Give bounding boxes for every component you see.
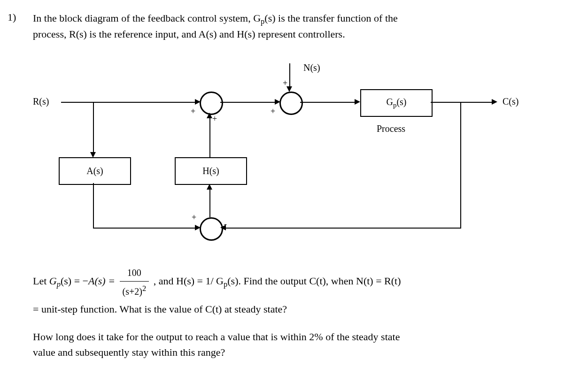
line: [220, 102, 275, 103]
eq-line2: = unit-step function. What is the value …: [33, 303, 287, 315]
summing-junction-3: [200, 217, 223, 241]
eq-s-eq: (s) = −: [61, 275, 88, 287]
block-H: H(s): [175, 157, 247, 185]
q2-line2: value and subsequently stay within this …: [33, 346, 225, 358]
line: [431, 102, 492, 103]
block-diagram: R(s) + + + + N(s) Gp(s) Process C(s): [33, 63, 526, 251]
eq-Gp: G: [49, 275, 57, 287]
block-Gp: Gp(s): [360, 89, 433, 117]
frac-num: 100: [120, 264, 149, 282]
A-text: A(s): [86, 166, 103, 176]
arrowhead-icon: [492, 99, 497, 105]
line: [93, 228, 195, 229]
summing-junction-2: [279, 92, 303, 115]
line: [209, 118, 210, 157]
plus-sign: +: [192, 213, 196, 222]
line: [93, 102, 94, 153]
Gp-text: G: [386, 97, 393, 107]
Gp-s: (s): [396, 97, 406, 107]
line: [289, 63, 290, 87]
frac-sq: 2: [142, 284, 146, 293]
equation-block: Let Gp(s) = −A(s) = 100 (s+2)2 , and H(s…: [33, 264, 549, 318]
label-C: C(s): [503, 96, 518, 107]
arrowhead-icon: [355, 99, 360, 105]
intro-2: process, R(s) is the reference input, an…: [33, 28, 345, 40]
line: [61, 102, 195, 103]
plus-sign: +: [271, 107, 275, 116]
summing-junction-1: [200, 92, 223, 115]
H-text: H(s): [202, 166, 219, 176]
question-number: 1): [8, 11, 16, 23]
line: [300, 102, 355, 103]
plus-sign: +: [212, 114, 217, 124]
eq-As: A(s) =: [88, 275, 118, 287]
eq-let: Let: [33, 275, 49, 287]
eq-after-frac: , and H(s) = 1/ G: [154, 275, 224, 287]
sub-p-3: p: [57, 280, 61, 289]
label-R: R(s): [33, 96, 49, 107]
frac-den-a: (s: [123, 286, 129, 297]
followup-question: How long does it take for the output to …: [33, 329, 549, 360]
eq-after-frac2: (s). Find the output C(t), when N(t) = R…: [227, 275, 401, 287]
label-N: N(s): [303, 62, 320, 73]
intro-1a: In the block diagram of the feedback con…: [33, 12, 261, 24]
line: [460, 102, 461, 229]
q2-line1: How long does it take for the output to …: [33, 331, 400, 343]
plus-sign: +: [191, 107, 195, 116]
question-intro: In the block diagram of the feedback con…: [33, 11, 549, 41]
line: [93, 183, 94, 228]
fraction: 100 (s+2)2: [120, 264, 149, 300]
frac-den: (s+2)2: [120, 282, 149, 300]
line: [226, 228, 461, 229]
intro-1b: (s) is the transfer function of the: [264, 12, 397, 24]
arrowhead-icon: [207, 113, 212, 118]
arrowhead-icon: [286, 86, 292, 92]
line: [209, 189, 210, 217]
frac-den-b: +2): [129, 286, 142, 297]
arrowhead-icon: [220, 225, 226, 230]
block-A: A(s): [59, 157, 131, 185]
label-process: Process: [377, 123, 405, 134]
